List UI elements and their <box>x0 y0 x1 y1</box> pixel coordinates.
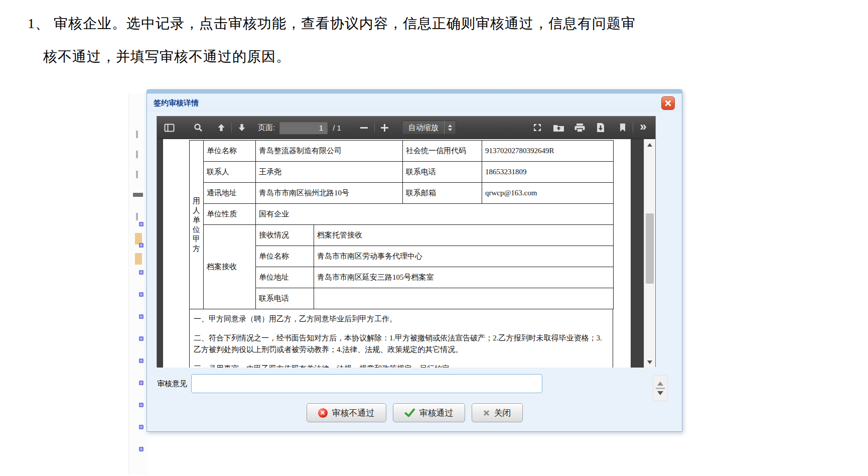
background-grid-icon <box>139 243 143 248</box>
scrollbar-thumb[interactable] <box>646 213 654 284</box>
zoom-in-button[interactable] <box>377 120 393 136</box>
dialog-title: 签约审核详情 <box>154 98 199 108</box>
background-grid-icon <box>139 447 143 451</box>
cell-value: 青岛市市南区劳动事务代理中心 <box>314 246 614 267</box>
reject-icon <box>318 408 328 418</box>
page-number-input[interactable] <box>279 121 328 135</box>
background-grid-icon <box>139 381 143 385</box>
cell-label: 通讯地址 <box>204 183 256 204</box>
triangle-up-icon <box>647 143 652 147</box>
agreement-table: 用人单位甲方 单位名称 青岛整流器制造有限公司 社会统一信用代码 9137020… <box>189 140 614 309</box>
cell-label: 单位性质 <box>204 204 256 225</box>
review-opinion-input[interactable] <box>191 374 542 393</box>
archive-group-label: 档案接收 <box>204 225 256 309</box>
party-vertical-label: 用人单位甲方 <box>190 141 204 309</box>
background-grid-icon <box>139 292 143 297</box>
page-down-button[interactable] <box>234 120 250 136</box>
stepper-down-button[interactable] <box>657 391 663 395</box>
search-button[interactable] <box>190 120 206 136</box>
scroll-down-button[interactable] <box>644 358 655 367</box>
clause-1: 一、甲方同意录（聘）用乙方，乙方同意毕业后到甲方工作。 <box>194 313 608 325</box>
dialog-titlebar: 签约审核详情 <box>147 90 682 112</box>
download-icon <box>596 123 605 133</box>
zoom-mode-select[interactable]: 自动缩放 <box>402 121 456 135</box>
zoom-mode-value: 自动缩放 <box>408 123 439 133</box>
arrow-down-icon <box>238 124 246 132</box>
close-button-label: 关闭 <box>494 407 511 419</box>
cell-value: 青岛市市南区福州北路10号 <box>256 183 403 204</box>
stepper-up-button[interactable] <box>657 382 663 386</box>
minus-icon <box>360 127 368 129</box>
cell-label: 联系电话 <box>256 288 314 309</box>
bookmark-button[interactable] <box>615 120 631 136</box>
double-chevron-icon: » <box>640 122 646 134</box>
cell-label: 社会统一信用代码 <box>403 141 482 162</box>
dialog-button-row: 审核不通过 审核通过 关闭 <box>147 403 682 422</box>
stepper-control <box>653 375 668 401</box>
page: 1、 审核企业。选中记录，点击审核功能，查看协议内容，信息正确则审核通过，信息有… <box>0 0 868 476</box>
toolbar-separator <box>231 123 232 133</box>
close-icon <box>664 99 672 107</box>
close-button[interactable]: 关闭 <box>472 403 523 422</box>
toolbar-separator <box>633 123 633 133</box>
background-text-fragment <box>136 171 138 178</box>
bookmark-icon <box>619 123 626 132</box>
table-row: 单位性质 国有企业 <box>190 204 614 225</box>
scroll-up-button[interactable] <box>644 140 655 149</box>
toolbar-separator <box>374 123 375 133</box>
cell-value: 91370202780392649R <box>482 141 614 162</box>
more-tools-button[interactable]: » <box>635 120 651 136</box>
pdf-content-area: 用人单位甲方 单位名称 青岛整流器制造有限公司 社会统一信用代码 9137020… <box>157 139 655 368</box>
page-gutter <box>157 139 163 368</box>
background-grid-icon <box>139 222 143 226</box>
dialog-close-button[interactable] <box>661 96 675 110</box>
sign-review-dialog: 签约审核详情 <box>147 89 682 432</box>
cell-label: 单位名称 <box>256 246 314 267</box>
cell-value: qrwcp@163.com <box>482 183 614 204</box>
page-total: / 1 <box>333 124 341 132</box>
page-gutter <box>631 139 644 368</box>
cell-label: 联系电话 <box>403 162 482 183</box>
printer-icon <box>574 123 586 133</box>
folder-open-icon <box>553 123 564 132</box>
reject-button[interactable]: 审核不通过 <box>307 403 386 422</box>
instruction-line-2: 核不通过，并填写审核不通过的原因。 <box>43 47 746 66</box>
stepper-divider <box>656 388 665 389</box>
open-file-button[interactable] <box>550 120 566 136</box>
x-icon <box>483 410 490 416</box>
clause-3: 三、录用事宜，由甲乙双方依照有关法律、法规、规章和政策规定，另行约定。 <box>194 363 608 368</box>
clause-2: 二、符合下列情况之一，经书面告知对方后，本协议解除：1.甲方被撤销或依法宣告破产… <box>194 332 608 355</box>
background-grid-icon <box>139 336 143 341</box>
cell-label: 单位地址 <box>256 267 314 288</box>
review-opinion-label: 审核意见 <box>157 379 187 389</box>
arrow-up-icon <box>217 124 225 132</box>
approve-button[interactable]: 审核通过 <box>393 403 465 422</box>
pdf-scrollbar[interactable] <box>644 139 655 368</box>
table-row: 联系人 王承尧 联系电话 18653231809 <box>190 162 614 183</box>
table-row: 用人单位甲方 单位名称 青岛整流器制造有限公司 社会统一信用代码 9137020… <box>190 141 614 162</box>
sidebar-toggle-button[interactable] <box>161 120 177 136</box>
cell-value: 青岛整流器制造有限公司 <box>256 141 403 162</box>
cell-value: 18653231809 <box>482 162 614 183</box>
cell-value <box>314 288 614 309</box>
check-icon <box>404 408 415 417</box>
print-button[interactable] <box>571 120 588 136</box>
cell-value: 青岛市市南区延安三路105号档案室 <box>314 267 614 288</box>
table-row: 通讯地址 青岛市市南区福州北路10号 联系邮箱 qrwcp@163.com <box>190 183 614 204</box>
zoom-out-button[interactable] <box>356 120 372 136</box>
background-text-fragment <box>136 131 138 138</box>
cell-label: 单位名称 <box>204 141 256 162</box>
pdf-page: 用人单位甲方 单位名称 青岛整流器制造有限公司 社会统一信用代码 9137020… <box>163 139 631 368</box>
sidebar-toggle-icon <box>164 124 175 132</box>
plus-icon <box>381 124 388 132</box>
background-text-fragment <box>136 151 138 158</box>
cell-label: 联系人 <box>204 162 256 183</box>
background-fragment <box>133 193 143 197</box>
download-button[interactable] <box>593 120 609 136</box>
page-up-button[interactable] <box>213 120 229 136</box>
presentation-mode-button[interactable] <box>529 120 545 136</box>
pdf-viewer: 页面: / 1 自动缩放 <box>157 116 656 367</box>
background-grid-icon <box>139 403 143 407</box>
cell-value: 王承尧 <box>256 162 403 183</box>
cell-value: 国有企业 <box>256 204 614 225</box>
